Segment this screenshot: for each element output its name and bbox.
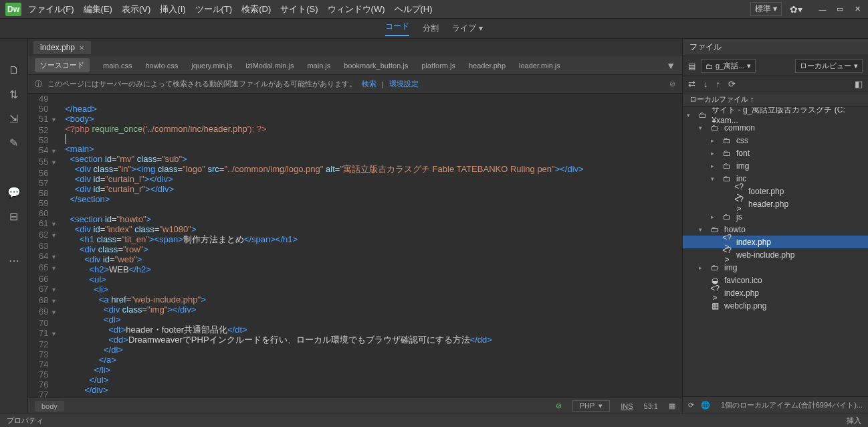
tree-arrow-icon[interactable]: ▾: [699, 226, 706, 233]
tree-row[interactable]: ▸🗀css: [683, 134, 868, 147]
menu-file[interactable]: ファイル(F): [28, 3, 74, 15]
menu-view[interactable]: 表示(V): [122, 3, 150, 15]
related-file[interactable]: platform.js: [421, 62, 455, 70]
tree-row[interactable]: ▾🗀サイト - g_寓話立版古カラスグチ (C:¥xam...: [683, 108, 868, 121]
menu-site[interactable]: サイト(S): [280, 3, 318, 15]
comment-icon[interactable]: 💬: [7, 186, 21, 198]
minimize-icon[interactable]: —: [817, 5, 828, 14]
files-panel-tab[interactable]: ファイル: [683, 39, 868, 56]
tree-row[interactable]: ▾🗀howto: [683, 223, 868, 236]
menu-help[interactable]: ヘルプ(H): [395, 3, 433, 15]
overflow-icon[interactable]: ▦: [669, 402, 675, 410]
tree-arrow-icon[interactable]: ▸: [711, 163, 718, 169]
tree-row[interactable]: ▸🗀font: [683, 147, 868, 159]
folder-icon: 🗀: [697, 110, 708, 120]
files-panel-footer: ⟳ 🌐 1個のローカルアイテム(合計6994バイト)...: [683, 396, 868, 414]
tree-arrow-icon[interactable]: ▾: [687, 112, 693, 118]
more-icon[interactable]: ⋯: [7, 254, 21, 266]
properties-tab[interactable]: プロパティ: [7, 416, 43, 426]
tree-row[interactable]: <?>web-include.php: [683, 248, 868, 261]
maximize-icon[interactable]: ▭: [835, 5, 845, 14]
tree-row[interactable]: <?>header.php: [683, 197, 868, 210]
related-file[interactable]: main.css: [103, 62, 132, 70]
close-icon[interactable]: ✕: [852, 5, 863, 14]
related-file[interactable]: howto.css: [145, 62, 178, 70]
tree-arrow-icon[interactable]: ▸: [711, 214, 718, 220]
tree-arrow-icon[interactable]: ▾: [699, 124, 706, 131]
php-icon: <?>: [710, 284, 720, 303]
tree-arrow-icon[interactable]: ▸: [711, 137, 718, 144]
img-icon: ▦: [710, 301, 720, 311]
tree-row[interactable]: ▸🗀img: [683, 159, 868, 172]
tree-label: web-include.php: [736, 250, 794, 260]
tree-row[interactable]: ▸🗀img: [683, 261, 868, 274]
tree-row[interactable]: <?>index.php: [683, 286, 868, 299]
refresh-icon[interactable]: ⟳: [688, 401, 694, 410]
expand-icon[interactable]: ⇲: [7, 112, 21, 124]
menu-tools[interactable]: ツール(T): [195, 3, 233, 15]
split-icon[interactable]: ⇅: [7, 88, 21, 100]
related-source[interactable]: ソースコード: [35, 58, 90, 72]
file-manage-icon[interactable]: 🗋: [7, 64, 21, 76]
tree-row[interactable]: ▦webclip.png: [683, 299, 868, 312]
define-servers-icon[interactable]: ▤: [688, 62, 695, 71]
language-selector[interactable]: PHP ▾: [572, 400, 611, 412]
code-editor[interactable]: 49 50 51 ▼52 53 54 ▼55 ▼56 57 58 59 60 6…: [28, 94, 682, 398]
tree-arrow-icon[interactable]: ▾: [711, 175, 718, 182]
line-gutter: 49 50 51 ▼52 53 54 ▼55 ▼56 57 58 59 60 6…: [28, 94, 60, 398]
related-files-bar: ソースコード main.css howto.css jquery.min.js …: [28, 56, 682, 75]
filter-icon[interactable]: ▼: [666, 60, 675, 71]
collapse-icon[interactable]: ⊟: [7, 210, 21, 222]
tree-label: index.php: [724, 288, 759, 298]
insert-mode[interactable]: INS: [621, 402, 633, 410]
files-toolbar2: ⇄ ↓ ↑ ⟳ ◧: [683, 76, 868, 92]
menu-insert[interactable]: 挿入(I): [160, 3, 185, 15]
put-icon[interactable]: ↑: [716, 79, 721, 89]
sync-settings-icon[interactable]: ✿▾: [790, 4, 802, 15]
sync-icon[interactable]: ⟳: [728, 79, 736, 89]
tree-row[interactable]: ▸🗀js: [683, 210, 868, 223]
right-controls: 標準 ▾ ✿▾ — ▭ ✕: [750, 2, 863, 16]
tree-arrow-icon[interactable]: ▸: [711, 150, 718, 157]
view-live-tab[interactable]: ライブ ▾: [452, 23, 482, 34]
tree-label: favicon.ico: [724, 276, 762, 285]
related-file[interactable]: bookmark_button.js: [344, 62, 408, 70]
tree-label: header.php: [748, 199, 788, 209]
menu-window[interactable]: ウィンドウ(W): [328, 3, 385, 15]
file-tree[interactable]: ▾🗀サイト - g_寓話立版古カラスグチ (C:¥xam...▾🗀common▸…: [683, 107, 868, 396]
related-file[interactable]: main.js: [307, 62, 330, 70]
info-link-search[interactable]: 検索: [362, 79, 376, 89]
workspace-switcher[interactable]: 標準 ▾: [750, 2, 782, 16]
expand-panel-icon[interactable]: ◧: [855, 79, 863, 89]
view-split-tab[interactable]: 分割: [423, 23, 439, 34]
tree-row[interactable]: <?>footer.php: [683, 185, 868, 197]
related-file[interactable]: iziModal.min.js: [245, 62, 294, 70]
connect-icon[interactable]: ⇄: [688, 79, 695, 89]
tag-selector-body[interactable]: body: [35, 401, 64, 412]
tree-label: index.php: [736, 238, 771, 247]
tree-row[interactable]: <?>index.php: [683, 236, 868, 248]
files-column-header[interactable]: ローカルファイル ↑: [683, 92, 868, 107]
wand-icon[interactable]: ✎: [7, 137, 21, 149]
doc-tab-close-icon[interactable]: ✕: [79, 44, 84, 52]
site-selector[interactable]: 🗀 g_寓話... ▾: [701, 59, 756, 73]
insert-tab[interactable]: 挿入: [847, 416, 861, 426]
menu-find[interactable]: 検索(D): [241, 3, 271, 15]
related-file[interactable]: header.php: [469, 62, 506, 70]
tree-row[interactable]: ▾🗀inc: [683, 172, 868, 185]
tree-label: img: [724, 263, 737, 272]
info-close-icon[interactable]: ⊘: [669, 80, 675, 88]
info-link-prefs[interactable]: 環境設定: [389, 79, 419, 89]
tree-label: common: [724, 123, 755, 133]
related-file[interactable]: loader.min.js: [519, 62, 560, 70]
get-icon[interactable]: ↓: [703, 79, 708, 89]
code-content[interactable]: </head> <body> <?php require_once('../co…: [60, 94, 682, 398]
globe-icon[interactable]: 🌐: [701, 401, 710, 410]
related-file[interactable]: jquery.min.js: [191, 62, 232, 70]
view-selector[interactable]: ローカルビュー ▾: [795, 59, 863, 73]
view-code-tab[interactable]: コード: [385, 21, 409, 36]
errors-ok-icon[interactable]: ⊘: [556, 402, 562, 410]
tree-arrow-icon[interactable]: ▸: [699, 264, 706, 271]
doc-tab-index[interactable]: index.php ✕: [33, 41, 91, 54]
menu-edit[interactable]: 編集(E): [84, 3, 112, 15]
